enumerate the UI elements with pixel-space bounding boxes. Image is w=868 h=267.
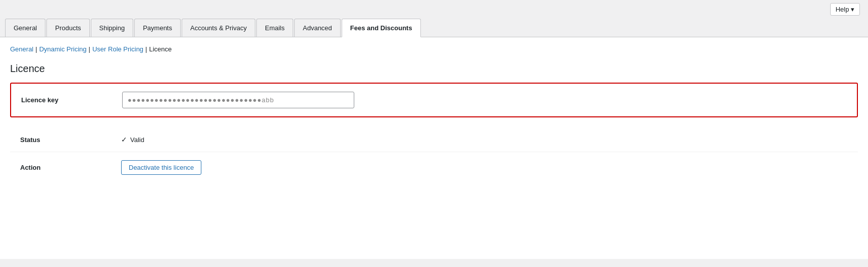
licence-key-input[interactable] bbox=[122, 92, 354, 108]
breadcrumb-separator-2: | bbox=[89, 45, 90, 53]
tab-payments[interactable]: Payments bbox=[134, 19, 181, 37]
deactivate-button[interactable]: Deactivate this licence bbox=[121, 160, 201, 175]
breadcrumb-separator-3: | bbox=[145, 45, 147, 53]
action-label: Action bbox=[20, 164, 121, 171]
status-row: Status ✓ Valid bbox=[10, 127, 858, 152]
status-label: Status bbox=[20, 136, 121, 144]
content-area: General | Dynamic Pricing | User Role Pr… bbox=[0, 37, 868, 259]
breadcrumb: General | Dynamic Pricing | User Role Pr… bbox=[10, 45, 858, 53]
breadcrumb-dynamic-pricing-link[interactable]: Dynamic Pricing bbox=[39, 45, 87, 53]
breadcrumb-separator-1: | bbox=[35, 45, 37, 53]
tab-shipping[interactable]: Shipping bbox=[91, 19, 134, 37]
tabs-container: General Products Shipping Payments Accou… bbox=[0, 19, 868, 37]
tab-products[interactable]: Products bbox=[46, 19, 89, 37]
help-button[interactable]: Help ▾ bbox=[830, 3, 860, 16]
status-value: ✓ Valid bbox=[121, 136, 144, 144]
tab-accounts-privacy[interactable]: Accounts & Privacy bbox=[182, 19, 255, 37]
licence-key-label: Licence key bbox=[21, 96, 122, 104]
page-title: Licence bbox=[10, 63, 858, 75]
top-bar: Help ▾ bbox=[0, 0, 868, 19]
checkmark-icon: ✓ bbox=[121, 136, 127, 144]
footer-bar: Save changes bbox=[0, 259, 868, 267]
action-row: Action Deactivate this licence bbox=[10, 152, 858, 183]
licence-key-field bbox=[122, 92, 847, 108]
status-text: Valid bbox=[130, 136, 144, 144]
tab-advanced[interactable]: Advanced bbox=[294, 19, 341, 37]
licence-key-row: Licence key bbox=[11, 84, 857, 116]
breadcrumb-current: Licence bbox=[149, 45, 172, 53]
tab-general[interactable]: General bbox=[5, 19, 45, 37]
breadcrumb-general-link[interactable]: General bbox=[10, 45, 33, 53]
tab-emails[interactable]: Emails bbox=[256, 19, 293, 37]
tab-fees-discounts[interactable]: Fees and Discounts bbox=[342, 19, 421, 37]
licence-form-section: Licence key bbox=[10, 83, 858, 117]
breadcrumb-user-role-pricing-link[interactable]: User Role Pricing bbox=[92, 45, 143, 53]
